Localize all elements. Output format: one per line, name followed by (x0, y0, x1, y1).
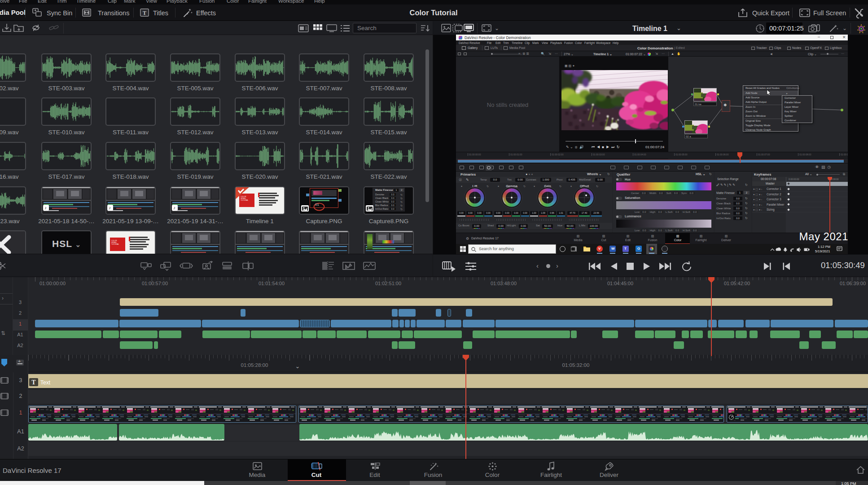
svg-text:T: T (143, 10, 146, 16)
